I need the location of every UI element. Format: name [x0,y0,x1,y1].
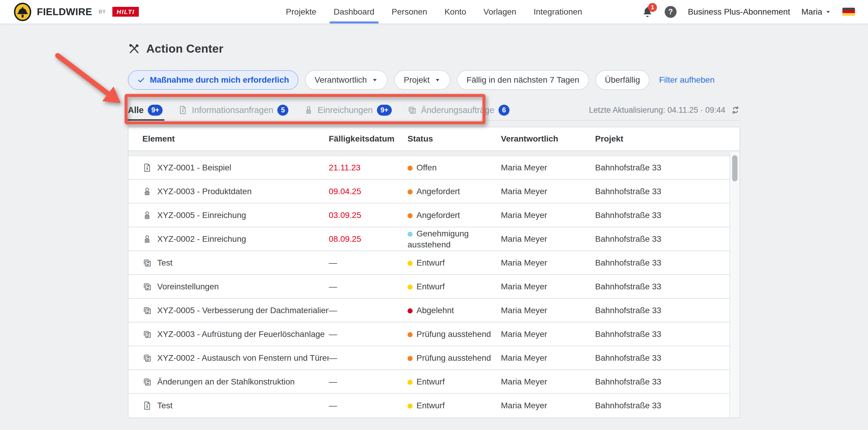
filter-chip-projekt[interactable]: Projekt [394,70,451,90]
status-cell: Offen [407,162,501,173]
element-cell: XYZ-0003 - Produktdaten [143,187,329,196]
brand-name: FIELDWIRE [37,6,92,18]
project-cell: Bahnhofstraße 33 [595,282,730,291]
tab-count-badge: 9+ [377,105,392,116]
category-tabs: Alle9+Informationsanfragen5Einreichungen… [128,100,509,120]
due-date-cell: — [329,353,407,363]
status-cell: Entwurf [407,281,501,292]
table-scroll-gap [128,151,740,155]
tab-alle[interactable]: Alle9+ [128,100,163,120]
element-cell: XYZ-0005 - Einreichung [143,211,329,220]
table-row[interactable]: Test—EntwurfMaria MeyerBahnhofstraße 33 [128,250,730,274]
assignee-cell: Maria Meyer [501,377,595,387]
nav-item-dashboard[interactable]: Dashboard [334,0,374,24]
table-row[interactable]: Test—EntwurfMaria MeyerBahnhofstraße 33 [128,393,730,417]
element-name: XYZ-0002 - Austausch von Fenstern und Tü… [157,353,329,363]
table-row[interactable]: XYZ-0003 - Aufrüstung der Feuerlöschanla… [128,322,730,345]
clear-filters-link[interactable]: Filter aufheben [659,75,715,85]
table-row[interactable]: XYZ-0001 - Beispiel21.11.23OffenMaria Me… [128,155,730,179]
status-dot [407,308,412,313]
table-row[interactable]: XYZ-0005 - Verbesserung der Dachmaterial… [128,298,730,322]
nav-item-konto[interactable]: Konto [444,0,466,24]
table-row[interactable]: XYZ-0002 - Einreichung08.09.25Genehmigun… [128,226,730,250]
assignee-cell: Maria Meyer [501,401,595,410]
help-button[interactable]: ? [665,6,677,18]
filter-chip-ueberfaellig[interactable]: Überfällig [595,70,650,90]
table-row[interactable]: XYZ-0002 - Austausch von Fenstern und Tü… [128,345,730,369]
scrollbar-thumb[interactable] [732,155,738,181]
tabs-row: Alle9+Informationsanfragen5Einreichungen… [128,100,740,121]
element-cell: Test [143,401,329,410]
table-row[interactable]: Voreinstellungen—EntwurfMaria MeyerBahnh… [128,274,730,298]
assignee-cell: Maria Meyer [501,282,595,291]
due-date-cell: 03.09.25 [329,211,407,220]
assignee-cell: Maria Meyer [501,353,595,363]
status-dot [407,403,412,408]
element-cell: XYZ-0002 - Einreichung [143,234,329,244]
tab-informationsanfragen[interactable]: Informationsanfragen5 [178,100,288,120]
status-dot [407,356,412,361]
element-name: Voreinstellungen [157,282,219,291]
due-date-cell: — [329,306,407,315]
status-dot [407,232,412,237]
filter-chip-faellig-7-tage[interactable]: Fällig in den nächsten 7 Tagen [457,70,589,90]
project-cell: Bahnhofstraße 33 [595,306,730,315]
change-order-icon [143,377,152,387]
action-items-table: ElementFälligkeitsdatumStatusVerantwortl… [128,127,740,418]
project-cell: Bahnhofstraße 33 [595,163,730,173]
table-row[interactable]: XYZ-0003 - Produktdaten09.04.25Angeforde… [128,179,730,203]
due-date-cell: 09.04.25 [329,187,407,196]
filter-chips-row: Maßnahme durch mich erforderlichVerantwo… [128,70,740,90]
tab-aenderungsauftraege[interactable]: Änderungsaufträge6 [407,100,509,120]
change-order-icon [143,353,152,363]
nav-item-projekte[interactable]: Projekte [286,0,317,24]
filter-chip-label: Überfällig [605,75,640,85]
column-header-0: Element [143,134,329,144]
document-info-icon [178,105,188,115]
table-row[interactable]: Änderungen an der Stahlkonstruktion—Entw… [128,369,730,393]
status-label: Angefordert [416,187,460,196]
assignee-cell: Maria Meyer [501,211,595,220]
top-nav: FIELDWIRE BY HILTI ProjekteDashboardPers… [0,0,868,24]
tab-einreichungen[interactable]: Einreichungen9+ [304,100,392,120]
document-info-icon [143,401,152,410]
status-label: Entwurf [416,282,445,291]
assignee-cell: Maria Meyer [501,187,595,196]
notifications-button[interactable]: 1 [642,5,653,19]
user-name: Maria [801,7,822,17]
nav-item-vorlagen[interactable]: Vorlagen [483,0,516,24]
nav-item-personen[interactable]: Personen [392,0,427,24]
due-date-cell: — [329,258,407,268]
change-order-icon [143,330,152,339]
status-cell: Entwurf [407,376,501,387]
fieldwire-logo-icon [13,2,32,22]
status-dot [407,284,412,289]
language-flag-germany[interactable] [842,8,855,16]
table-row[interactable]: XYZ-0005 - Einreichung03.09.25Angeforder… [128,203,730,226]
change-order-icon [407,105,417,115]
project-cell: Bahnhofstraße 33 [595,377,730,387]
filter-chip-verantwortlich[interactable]: Verantwortlich [305,70,388,90]
brand[interactable]: FIELDWIRE BY HILTI [13,2,139,22]
page-title: Action Center [146,42,223,55]
assignee-cell: Maria Meyer [501,234,595,244]
status-dot [407,380,412,385]
project-cell: Bahnhofstraße 33 [595,211,730,220]
refresh-icon[interactable] [731,105,740,115]
user-menu[interactable]: Maria [801,7,831,17]
element-cell: XYZ-0005 - Verbesserung der Dachmaterial… [143,306,329,315]
due-date-cell: — [329,282,407,291]
status-dot [407,189,412,194]
due-date-cell: — [329,401,407,410]
due-date-cell: — [329,377,407,387]
element-cell: Änderungen an der Stahlkonstruktion [143,377,329,387]
filter-chip-massnahme-erforderlich[interactable]: Maßnahme durch mich erforderlich [128,70,299,90]
status-label: Prüfung ausstehend [416,353,491,363]
nav-item-integrationen[interactable]: Integrationen [534,0,582,24]
element-name: XYZ-0002 - Einreichung [157,234,246,244]
element-name: Test [157,401,173,410]
table-body: XYZ-0001 - Beispiel21.11.23OffenMaria Me… [128,155,730,417]
table-scrollbar[interactable] [730,152,740,418]
status-cell: Entwurf [407,400,501,411]
brand-by: BY [99,9,106,14]
